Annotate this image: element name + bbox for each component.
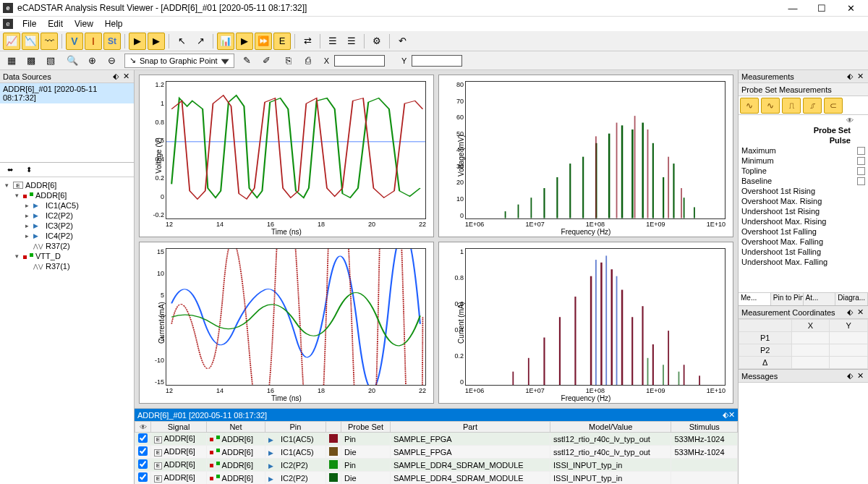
current-button[interactable]: I (85, 33, 102, 50)
measurement-item[interactable]: Maximum (739, 145, 868, 156)
tree-item[interactable]: IC4(P2) (46, 232, 73, 240)
pin-icon[interactable]: ⬖ (111, 72, 121, 81)
expand-icon[interactable]: ▸ (23, 212, 31, 220)
pin-icon[interactable]: ⬖ (845, 307, 855, 317)
align-icon[interactable]: ⇄ (299, 33, 316, 50)
snap-dropdown[interactable]: ↘ Snap to Graphic Point (124, 54, 234, 68)
measurement-item[interactable]: Topline (739, 166, 868, 176)
results-table[interactable]: Signal Net Pin Probe Set Part Model/Valu… (135, 421, 738, 484)
measurement-item[interactable]: Undershoot Max. Rising (739, 216, 868, 226)
collapse-icon[interactable]: ▾ (13, 192, 21, 200)
meas-wave1-icon[interactable]: ∿ (740, 98, 759, 114)
tool-wave2-icon[interactable]: 📉 (22, 33, 39, 50)
menu-help[interactable]: Help (100, 17, 128, 30)
menu-file[interactable]: File (17, 17, 41, 30)
measurement-item[interactable]: Undershoot 1st Falling (739, 247, 868, 257)
tree-item[interactable]: R37(2) (46, 242, 70, 250)
tree-net1[interactable]: ADDR[6] (35, 191, 67, 200)
data-source-item[interactable]: ADDR[6]_#01 [2020-05-11 08:17:32] (0, 83, 134, 103)
collapse-icon[interactable]: ▾ (13, 252, 21, 260)
col-net[interactable]: Net (207, 422, 265, 433)
tree-tool1-icon[interactable]: ⬌ (1, 161, 19, 179)
voltage-button[interactable]: V (66, 33, 83, 50)
row-visible-checkbox[interactable] (138, 472, 148, 482)
checkbox[interactable] (857, 157, 865, 165)
menu-edit[interactable]: Edit (43, 17, 68, 30)
edit1-icon[interactable]: ✎ (239, 52, 256, 69)
table-row[interactable]: E ADDR[6] ADDR[6] IC1(AC5) DieSAMPLE_FPG… (135, 446, 738, 459)
current-freq-plot[interactable]: Current (mA) 10.80.60.40.20 1E+061E+071E… (438, 242, 733, 404)
voltage-freq-plot[interactable]: Voltage (mV) 80706050403020100 1E+061E+0… (438, 75, 733, 237)
minimize-button[interactable]: — (778, 1, 807, 15)
tree-root[interactable]: ADDR[6] (25, 181, 56, 190)
close-button[interactable]: ✕ (836, 1, 865, 15)
checkbox[interactable] (857, 177, 865, 185)
tab-at[interactable]: At... (804, 293, 836, 305)
y-coord-input[interactable] (412, 55, 462, 67)
layout3-icon[interactable]: ▧ (42, 52, 59, 69)
tool-wave3-icon[interactable]: 〰 (41, 33, 58, 50)
col-model[interactable]: Model/Value (550, 422, 671, 433)
tree-item[interactable]: IC2(P2) (46, 211, 73, 220)
list2-icon[interactable]: ☰ (343, 33, 360, 50)
zoom-in-icon[interactable]: ⊕ (83, 52, 101, 69)
tab-diagram[interactable]: Diagra... (835, 293, 868, 305)
tab-pin-to-pin[interactable]: Pin to Pin Me... (771, 293, 804, 305)
collapse-icon[interactable]: ▾ (3, 182, 11, 190)
close-panel-icon[interactable]: ✕ (855, 371, 865, 381)
chart-type1-icon[interactable]: 📊 (217, 33, 234, 50)
measurement-item[interactable]: Overshoot Max. Falling (739, 237, 868, 247)
row-visible-checkbox[interactable] (138, 433, 148, 443)
zoom-out-icon[interactable]: ⊖ (103, 52, 120, 69)
checkbox[interactable] (857, 167, 865, 175)
layout1-icon[interactable]: ▦ (3, 52, 20, 69)
measurement-item[interactable]: Minimum (739, 156, 868, 166)
play2-button[interactable]: ▶ (148, 33, 165, 50)
expand-icon[interactable]: ▸ (23, 232, 31, 240)
pin-icon[interactable]: ⬖ (845, 371, 855, 381)
chart-type2-icon[interactable]: ⏩ (255, 33, 272, 50)
signal-tree[interactable]: ▾EADDR[6] ▾ADDR[6] ▸IC1(AC5) ▸IC2(P2) ▸I… (0, 177, 134, 484)
measurement-item[interactable]: Overshoot Max. Rising (739, 196, 868, 206)
undo-icon[interactable]: ↶ (393, 33, 411, 50)
table-row[interactable]: E ADDR[6] ADDR[6] IC2(P2) DieSAMPLE_DDR4… (135, 472, 738, 485)
tool-wave1-icon[interactable]: 📈 (3, 33, 20, 50)
print-icon[interactable]: ⎙ (299, 52, 317, 69)
col-stimulus[interactable]: Stimulus (671, 422, 738, 433)
row-visible-checkbox[interactable] (138, 446, 148, 456)
data-sources-list[interactable]: ADDR[6]_#01 [2020-05-11 08:17:32] (0, 83, 134, 163)
measurement-item[interactable]: Overshoot 1st Falling (739, 226, 868, 237)
chart-play-icon[interactable]: ▶ (236, 33, 253, 50)
play-button[interactable]: ▶ (129, 33, 146, 50)
tree-tool2-icon[interactable]: ⬍ (20, 161, 38, 179)
cursor2-icon[interactable]: ↗ (192, 33, 209, 50)
close-panel-icon[interactable]: ✕ (855, 307, 865, 317)
settings-icon[interactable]: ⚙ (368, 33, 386, 50)
measurement-item[interactable]: Baseline (739, 176, 868, 186)
pin-icon[interactable]: ⬖ (845, 72, 855, 81)
status-button[interactable]: St (103, 33, 121, 50)
list1-icon[interactable]: ☰ (324, 33, 341, 50)
expand-icon[interactable]: ▸ (23, 222, 31, 230)
measurements-list[interactable]: Probe Set Pulse MaximumMinimumToplineBas… (739, 115, 868, 292)
meas-wave2-icon[interactable]: ∿ (761, 98, 780, 114)
table-row[interactable]: E ADDR[6] ADDR[6] IC1(AC5) PinSAMPLE_FPG… (135, 433, 738, 446)
measurement-item[interactable]: Undershoot 1st Rising (739, 206, 868, 216)
pin-icon[interactable]: ⬖ (723, 410, 728, 420)
x-coord-input[interactable] (334, 55, 385, 67)
expand-icon[interactable]: ▸ (23, 202, 31, 210)
meas-edge-icon[interactable]: ⎎ (803, 98, 822, 114)
tree-item[interactable]: IC1(AC5) (46, 201, 79, 210)
voltage-time-plot[interactable]: Voltage (V) 1.210.80.60.40.20-0.2 121416… (139, 75, 434, 237)
menu-view[interactable]: View (69, 17, 98, 30)
tree-net2[interactable]: VTT_D (35, 252, 61, 260)
cursor1-icon[interactable]: ↖ (173, 33, 190, 50)
close-panel-icon[interactable]: ✕ (855, 72, 865, 81)
tree-item[interactable]: IC3(P2) (46, 221, 73, 230)
checkbox[interactable] (857, 147, 865, 155)
maximize-button[interactable]: ☐ (807, 1, 836, 15)
layout2-icon[interactable]: ▩ (22, 52, 40, 69)
meas-step-icon[interactable]: ⎍ (782, 98, 801, 114)
col-pin[interactable]: Pin (265, 422, 326, 433)
table-row[interactable]: E ADDR[6] ADDR[6] IC2(P2) PinSAMPLE_DDR4… (135, 459, 738, 472)
